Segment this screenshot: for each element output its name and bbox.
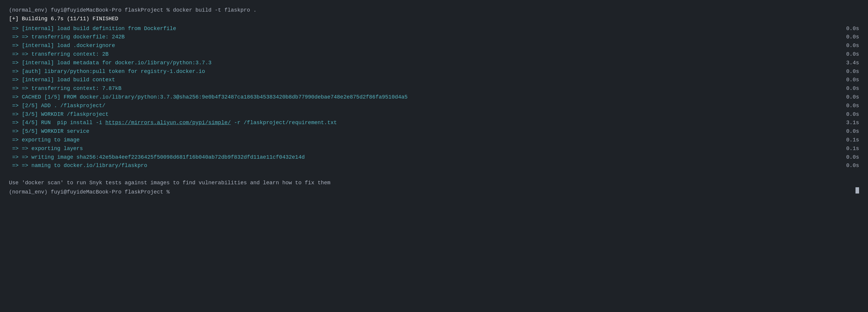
output-line-12: => [4/5] RUN pip install -i https://mirr… bbox=[9, 119, 859, 127]
output-text-15: => => exporting layers bbox=[9, 145, 840, 153]
output-text-14: => exporting to image bbox=[9, 136, 840, 145]
output-time-16: 0.0s bbox=[840, 153, 859, 162]
build-status-line: [+] Building 6.7s (11/11) FINISHED bbox=[9, 14, 859, 23]
output-text-5: => [internal] load metadata for docker.i… bbox=[9, 59, 840, 67]
output-text-9: => CACHED [1/5] FROM docker.io/library/p… bbox=[9, 93, 840, 101]
snyk-notice: Use 'docker scan' to run Snyk tests agai… bbox=[9, 179, 859, 187]
output-text-3: => [internal] load .dockerignore bbox=[9, 41, 840, 50]
build-status: [+] Building 6.7s (11/11) FINISHED bbox=[9, 14, 859, 23]
output-line-5: => [internal] load metadata for docker.i… bbox=[9, 59, 859, 67]
output-time-17: 0.0s bbox=[840, 161, 859, 170]
output-time-1: 0.0s bbox=[840, 24, 859, 33]
output-text-1: => [internal] load build definition from… bbox=[9, 24, 840, 33]
output-time-12: 3.1s bbox=[840, 119, 859, 127]
output-time-7: 0.0s bbox=[840, 75, 859, 84]
output-line-1: => [internal] load build definition from… bbox=[9, 24, 859, 33]
output-line-14: => exporting to image 0.1s bbox=[9, 136, 859, 145]
output-text-11: => [3/5] WORKDIR /flaskproject bbox=[9, 110, 840, 119]
output-time-9: 0.0s bbox=[840, 93, 859, 101]
snyk-notice-line: Use 'docker scan' to run Snyk tests agai… bbox=[9, 179, 859, 187]
output-line-9: => CACHED [1/5] FROM docker.io/library/p… bbox=[9, 93, 859, 101]
output-text-10: => [2/5] ADD . /flaskproject/ bbox=[9, 101, 840, 110]
output-line-15: => => exporting layers 0.1s bbox=[9, 145, 859, 153]
output-line-13: => [5/5] WORKDIR service 0.0s bbox=[9, 127, 859, 136]
output-line-17: => => naming to docker.io/library/flaskp… bbox=[9, 161, 859, 170]
cursor-block bbox=[856, 187, 859, 194]
command-prompt-line: (normal_env) fuyi@fuyideMacBook-Pro flas… bbox=[9, 6, 859, 14]
output-text-12: => [4/5] RUN pip install -i https://mirr… bbox=[9, 119, 840, 127]
output-text-13: => [5/5] WORKDIR service bbox=[9, 127, 840, 136]
output-time-3: 0.0s bbox=[840, 41, 859, 50]
output-time-2: 0.0s bbox=[840, 33, 859, 41]
output-text-2: => => transferring dockerfile: 242B bbox=[9, 33, 840, 41]
output-line-11: => [3/5] WORKDIR /flaskproject 0.0s bbox=[9, 110, 859, 119]
pip-url-link[interactable]: https://mirrors.aliyun.com/pypi/simple/ bbox=[105, 120, 231, 126]
output-text-6: => [auth] library/python:pull token for … bbox=[9, 67, 840, 76]
output-text-8: => => transferring context: 7.87kB bbox=[9, 84, 840, 93]
output-time-15: 0.1s bbox=[840, 145, 859, 153]
output-text-16: => => writing image sha256:42e5ba4eef223… bbox=[9, 153, 840, 162]
final-prompt-line[interactable]: (normal_env) fuyi@fuyideMacBook-Pro flas… bbox=[9, 187, 859, 196]
output-line-3: => [internal] load .dockerignore 0.0s bbox=[9, 41, 859, 50]
output-text-4: => => transferring context: 2B bbox=[9, 50, 840, 59]
output-line-16: => => writing image sha256:42e5ba4eef223… bbox=[9, 153, 859, 162]
output-line-2: => => transferring dockerfile: 242B 0.0s bbox=[9, 33, 859, 41]
output-line-8: => => transferring context: 7.87kB 0.0s bbox=[9, 84, 859, 93]
output-time-11: 0.0s bbox=[840, 110, 859, 119]
output-time-5: 3.4s bbox=[840, 59, 859, 67]
output-time-6: 0.0s bbox=[840, 67, 859, 76]
output-line-10: => [2/5] ADD . /flaskproject/ 0.0s bbox=[9, 101, 859, 110]
output-time-14: 0.1s bbox=[840, 136, 859, 145]
terminal-window: (normal_env) fuyi@fuyideMacBook-Pro flas… bbox=[9, 6, 859, 196]
output-time-8: 0.0s bbox=[840, 84, 859, 93]
output-time-4: 0.0s bbox=[840, 50, 859, 59]
output-time-10: 0.0s bbox=[840, 101, 859, 110]
output-line-6: => [auth] library/python:pull token for … bbox=[9, 67, 859, 76]
output-text-17: => => naming to docker.io/library/flaskp… bbox=[9, 161, 840, 170]
command-prompt: (normal_env) fuyi@fuyideMacBook-Pro flas… bbox=[9, 6, 859, 14]
output-time-13: 0.0s bbox=[840, 127, 859, 136]
empty-line bbox=[9, 170, 859, 179]
output-text-7: => [internal] load build context bbox=[9, 75, 840, 84]
output-line-4: => => transferring context: 2B 0.0s bbox=[9, 50, 859, 59]
final-prompt: (normal_env) fuyi@fuyideMacBook-Pro flas… bbox=[9, 188, 173, 196]
output-line-7: => [internal] load build context 0.0s bbox=[9, 75, 859, 84]
